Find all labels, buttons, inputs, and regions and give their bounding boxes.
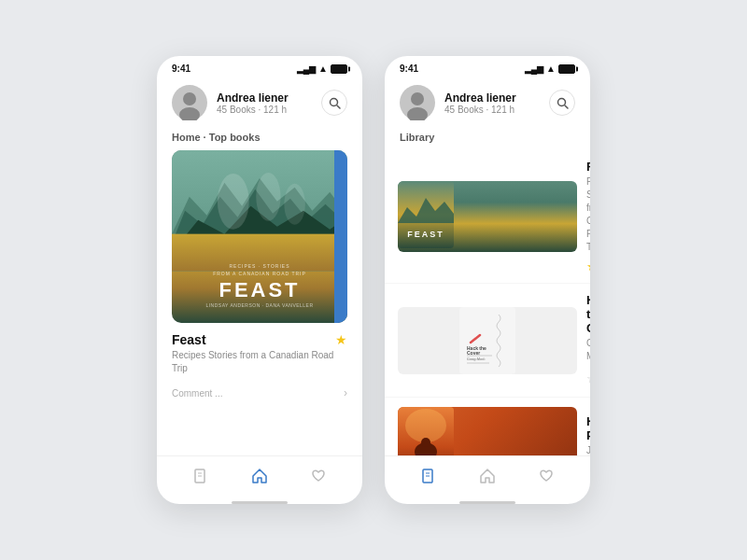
harry-thumbnail — [398, 407, 577, 455]
book-title: Feast — [172, 332, 206, 347]
status-bar-right: 9:41 ▂▄▆ ▲ — [385, 56, 590, 77]
signal-icon-right: ▂▄▆ — [525, 64, 543, 74]
status-time: 9:41 — [172, 63, 190, 74]
hack-list-meta: ☆ 3 hr — [586, 369, 590, 387]
svg-text:Cover: Cover — [467, 350, 480, 356]
avatar-svg-right — [400, 85, 435, 120]
feast-cover-text: RECIPES · STORIES FROM A CANADIAN ROAD T… — [172, 150, 347, 323]
home-indicator-right — [459, 501, 515, 504]
harry-list-author: J.K Rowling — [586, 444, 590, 455]
search-icon-right — [557, 97, 569, 109]
nav-heart-right[interactable] — [529, 464, 564, 488]
profile-name: Andrea liener — [217, 91, 289, 105]
list-item[interactable]: Harry Potter J.K Rowling — [385, 398, 590, 455]
feast-cover-subtitle2: FROM A CANADIAN ROAD TRIP — [213, 271, 306, 276]
svg-point-19 — [557, 98, 565, 105]
feast-thumbnail: FEAST — [398, 181, 577, 252]
profile-name-right: Andrea liener — [444, 91, 516, 105]
feast-cover-bg: RECIPES · STORIES FROM A CANADIAN ROAD T… — [172, 150, 347, 323]
home-screen: 9:41 ▂▄▆ ▲ Andrea liener 45 Bo — [157, 56, 362, 504]
avatar-svg — [172, 85, 207, 120]
avatar — [172, 85, 207, 120]
svg-point-17 — [411, 92, 424, 105]
profile-section-right: Andrea liener 45 Books · 121 h — [385, 77, 590, 128]
book-description: Recipes Stories from a Canadian Road Tri… — [172, 349, 347, 375]
status-icons: ▂▄▆ ▲ — [297, 63, 347, 74]
home-indicator — [232, 501, 288, 504]
book-icon — [192, 468, 209, 484]
profile-info: Andrea liener 45 Books · 121 h — [217, 91, 289, 115]
featured-book-cover[interactable]: RECIPES · STORIES FROM A CANADIAN ROAD T… — [172, 150, 347, 323]
hack-star[interactable]: ☆ — [586, 371, 590, 385]
home-icon-right — [479, 468, 496, 484]
heart-icon — [310, 468, 327, 484]
wifi-icon: ▲ — [318, 63, 328, 74]
feast-list-title: Feast — [586, 160, 590, 174]
search-button-right[interactable] — [549, 90, 575, 116]
section-title: Home · Top books — [157, 128, 362, 150]
profile-left: Andrea liener 45 Books · 121 h — [172, 85, 289, 120]
nav-book[interactable] — [183, 464, 218, 488]
battery-icon — [331, 64, 347, 74]
comment-placeholder: Comment ... — [172, 388, 222, 399]
battery-icon-right — [558, 64, 575, 74]
book-info-row: Feast ★ — [172, 332, 347, 347]
svg-point-3 — [330, 98, 337, 105]
heart-icon-right — [538, 468, 555, 484]
feast-list-info: Feast Recipes Stories from a Canadian Ro… — [586, 160, 590, 273]
status-bar: 9:41 ▂▄▆ ▲ — [157, 56, 362, 77]
hack-thumbnail: Hack the Cover Craig Mod — [398, 307, 577, 374]
profile-stats-right: 45 Books · 121 h — [444, 105, 516, 115]
svg-text:Craig Mod: Craig Mod — [467, 356, 484, 360]
nav-heart[interactable] — [301, 464, 336, 488]
star-rating[interactable]: ★ — [335, 332, 347, 347]
harry-list-info: Harry Potter J.K Rowling — [586, 414, 590, 455]
hack-thumb-svg: Hack the Cover Craig Mod — [459, 307, 515, 374]
library-list: FEAST Feast Recipes Stories from a Canad… — [385, 150, 590, 455]
avatar-right — [400, 85, 435, 120]
feast-cover-subtitle: RECIPES · STORIES — [230, 263, 290, 269]
search-button[interactable] — [321, 90, 347, 116]
feast-cover-author: LINDSAY ANDERSON · DANA VANVELLER — [205, 302, 313, 308]
blue-ribbon — [334, 150, 347, 323]
svg-rect-27 — [459, 307, 515, 374]
library-screen: 9:41 ▂▄▆ ▲ Andrea liener 45 Bo — [385, 56, 590, 504]
status-time-right: 9:41 — [400, 63, 418, 74]
status-icons-right: ▂▄▆ ▲ — [525, 63, 575, 74]
hack-list-subtitle: Graig Mod — [586, 337, 590, 363]
hack-list-info: Hack the Cover Graig Mod ☆ 3 hr — [586, 293, 590, 387]
feast-list-subtitle: Recipes Stories from a Canadian Road Tri… — [586, 175, 590, 254]
profile-stats: 45 Books · 121 h — [217, 105, 289, 115]
harry-thumb-svg — [398, 407, 454, 455]
feast-star[interactable]: ★ — [586, 259, 590, 273]
library-title: Library — [385, 128, 590, 150]
nav-home-right[interactable] — [470, 464, 505, 488]
nav-book-right[interactable] — [411, 464, 446, 488]
home-icon — [251, 468, 268, 484]
svg-line-20 — [565, 105, 568, 108]
svg-point-1 — [183, 92, 196, 105]
bottom-nav — [157, 455, 362, 499]
nav-home[interactable] — [242, 464, 277, 488]
book-info-section: Feast ★ Recipes Stories from a Canadian … — [157, 323, 362, 379]
profile-section: Andrea liener 45 Books · 121 h — [157, 77, 362, 128]
list-item[interactable]: Hack the Cover Craig Mod Hack the Cover … — [385, 284, 590, 398]
signal-icon: ▂▄▆ — [297, 64, 316, 74]
profile-info-right: Andrea liener 45 Books · 121 h — [444, 91, 516, 115]
feast-list-meta: ★ 2 hr — [586, 259, 590, 273]
hack-list-title: Hack the Cover — [586, 293, 590, 335]
wifi-icon-right: ▲ — [546, 63, 556, 74]
svg-point-42 — [421, 438, 430, 447]
harry-list-title: Harry Potter — [586, 414, 590, 442]
book-icon-right — [420, 468, 437, 484]
feast-thumb-svg: FEAST — [398, 181, 454, 248]
list-item[interactable]: FEAST Feast Recipes Stories from a Canad… — [385, 150, 590, 284]
feast-cover-title: FEAST — [218, 278, 300, 302]
bottom-nav-right — [385, 455, 590, 499]
chevron-right-icon: › — [344, 386, 347, 399]
comment-row[interactable]: Comment ... › — [157, 379, 362, 407]
search-icon — [329, 97, 341, 109]
svg-line-4 — [337, 105, 340, 108]
svg-text:FEAST: FEAST — [407, 230, 444, 239]
svg-point-39 — [405, 409, 446, 442]
